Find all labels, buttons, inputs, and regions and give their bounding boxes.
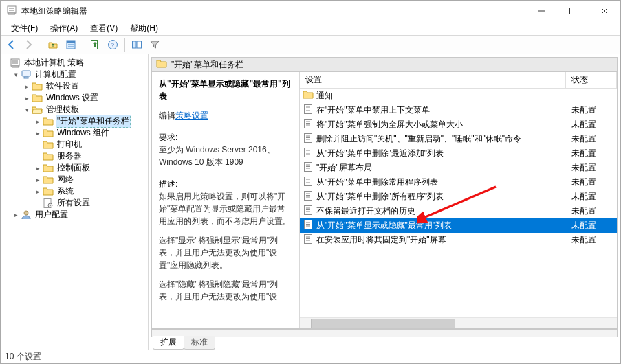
list-row[interactable]: 从"开始"菜单中删除常用程序列表未配置 bbox=[300, 175, 617, 190]
content-header: "开始"菜单和任务栏 bbox=[151, 57, 618, 72]
settings-list-panel: 设置 状态 通知 bbox=[300, 72, 617, 328]
toolbar-filter-button[interactable] bbox=[147, 37, 162, 52]
list-row[interactable]: 从"开始"菜单显示或隐藏"最常用"列表未配置 bbox=[300, 218, 617, 233]
gear-doc-icon bbox=[43, 198, 54, 208]
list-row-status: 未配置 bbox=[569, 220, 617, 231]
tree-twisty-collapsed-icon[interactable]: ▸ bbox=[34, 118, 42, 125]
list-folder-row[interactable]: 通知 bbox=[300, 89, 617, 103]
tree-twisty-collapsed-icon[interactable]: ▸ bbox=[23, 83, 31, 90]
app-icon bbox=[6, 5, 17, 18]
menu-file[interactable]: 文件(F) bbox=[5, 21, 44, 35]
tree-label: 打印机 bbox=[56, 139, 83, 150]
tree-node-computer-config[interactable]: ▾ 计算机配置 bbox=[12, 69, 148, 80]
tree-node-server[interactable]: ▶ 服务器 bbox=[34, 150, 148, 162]
content-body: 从"开始"菜单显示或隐藏"最常用"列表 编辑策略设置 要求: 至少为 Windo… bbox=[151, 72, 618, 329]
policy-doc-icon bbox=[303, 234, 314, 247]
tree-twisty-expanded-icon[interactable]: ▾ bbox=[12, 71, 20, 78]
list-row[interactable]: 不保留最近打开文档的历史未配置 bbox=[300, 204, 617, 218]
toolbar-properties-button[interactable] bbox=[63, 37, 78, 52]
menu-action[interactable]: 操作(A) bbox=[44, 21, 84, 35]
list-body[interactable]: 通知 在"开始"菜单中禁用上下文菜单未配置将"开始"菜单强制为全屏大小或菜单大小… bbox=[300, 89, 617, 317]
tree-pane[interactable]: ▶ 本地计算机 策略 ▾ 计算机配置 bbox=[1, 54, 149, 350]
tree-label: "开始"菜单和任务栏 bbox=[56, 115, 131, 128]
toolbar-separator bbox=[83, 38, 83, 52]
description-policy-title: 从"开始"菜单显示或隐藏"最常用"列表 bbox=[159, 78, 292, 102]
tree-label: 控制面板 bbox=[56, 162, 91, 174]
tree-node-system[interactable]: ▸ 系统 bbox=[34, 185, 148, 197]
tree-label: 用户配置 bbox=[34, 209, 69, 220]
policy-doc-icon bbox=[303, 104, 314, 117]
tree-node-start-taskbar[interactable]: ▸ "开始"菜单和任务栏 bbox=[34, 115, 148, 127]
tree-node-windows-settings[interactable]: ▸ Windows 设置 bbox=[23, 92, 148, 104]
policy-doc-icon bbox=[303, 205, 314, 218]
toolbar-export-button[interactable] bbox=[87, 37, 102, 52]
description-para: 选择"显示"将强制显示"最常用"列表，并且用户无法更改为使用"设置"应用隐藏列表… bbox=[159, 234, 292, 271]
policy-doc-icon bbox=[303, 176, 314, 189]
tree-twisty-collapsed-icon[interactable]: ▸ bbox=[34, 130, 42, 137]
window-controls bbox=[525, 1, 620, 21]
tree-node-network[interactable]: ▸ 网络 bbox=[34, 174, 148, 185]
description-para: 如果启用此策略设置，则可以将"开始"菜单配置为显示或隐藏用户最常用应用的列表，而… bbox=[159, 190, 292, 227]
toolbar-back-button[interactable] bbox=[3, 37, 19, 52]
list-row[interactable]: 删除并阻止访问"关机"、"重新启动"、"睡眠"和"休眠"命令未配置 bbox=[300, 132, 617, 146]
tree-twisty-collapsed-icon[interactable]: ▸ bbox=[34, 177, 42, 183]
tree-node-all-settings[interactable]: ▶ 所有设置 bbox=[34, 197, 148, 209]
description-panel: 从"开始"菜单显示或隐藏"最常用"列表 编辑策略设置 要求: 至少为 Windo… bbox=[152, 72, 300, 328]
tree-twisty-collapsed-icon[interactable]: ▸ bbox=[34, 188, 42, 195]
list-row[interactable]: 从"开始"菜单中删除"所有程序"列表未配置 bbox=[300, 190, 617, 204]
column-header-status[interactable]: 状态 bbox=[566, 72, 617, 88]
toolbar-help-button[interactable] bbox=[105, 37, 120, 52]
requirements-label: 要求: bbox=[159, 131, 292, 144]
toolbar bbox=[1, 35, 620, 54]
tree-twisty-collapsed-icon[interactable]: ▸ bbox=[12, 212, 20, 218]
list-row-label: 从"开始"菜单中删除"最近添加"列表 bbox=[316, 148, 444, 159]
list-row[interactable]: 在"开始"菜单中禁用上下文菜单未配置 bbox=[300, 103, 617, 117]
scrollbar-thumb[interactable] bbox=[311, 319, 455, 328]
tab-extended[interactable]: 扩展 bbox=[153, 336, 184, 350]
toolbar-up-button[interactable] bbox=[45, 37, 61, 52]
policy-doc-icon bbox=[303, 219, 314, 232]
folder-icon bbox=[43, 152, 54, 161]
list-row[interactable]: 将"开始"菜单强制为全屏大小或菜单大小未配置 bbox=[300, 117, 617, 132]
tree: ▶ 本地计算机 策略 ▾ 计算机配置 bbox=[1, 57, 148, 220]
list-row-label: 从"开始"菜单中删除"所有程序"列表 bbox=[316, 191, 444, 203]
list-row[interactable]: 从"开始"菜单中删除"最近添加"列表未配置 bbox=[300, 146, 617, 161]
list-row[interactable]: "开始"屏幕布局未配置 bbox=[300, 161, 617, 175]
policy-doc-icon bbox=[303, 161, 314, 174]
tree-node-printers[interactable]: ▶ 打印机 bbox=[34, 139, 148, 150]
user-icon bbox=[21, 210, 32, 220]
maximize-button[interactable] bbox=[557, 1, 589, 21]
toolbar-show-hide-button[interactable] bbox=[129, 37, 144, 52]
folder-icon bbox=[156, 58, 167, 71]
toolbar-separator bbox=[124, 38, 125, 52]
close-button[interactable] bbox=[589, 1, 620, 21]
tree-node-control-panel[interactable]: ▸ 控制面板 bbox=[34, 162, 148, 174]
tree-node-software-settings[interactable]: ▸ 软件设置 bbox=[23, 80, 148, 92]
tree-node-root[interactable]: ▶ 本地计算机 策略 bbox=[1, 57, 148, 69]
folder-icon bbox=[43, 140, 54, 150]
minimize-button[interactable] bbox=[525, 1, 557, 21]
titlebar: 本地组策略编辑器 bbox=[1, 1, 620, 21]
tree-label: 计算机配置 bbox=[34, 69, 78, 80]
tree-twisty-expanded-icon[interactable]: ▾ bbox=[23, 106, 31, 113]
toolbar-forward-button[interactable] bbox=[21, 37, 36, 52]
list-row[interactable]: 在安装应用时将其固定到"开始"屏幕未配置 bbox=[300, 233, 617, 247]
tree-node-windows-components[interactable]: ▸ Windows 组件 bbox=[34, 127, 148, 139]
tree-node-admin-templates[interactable]: ▾ 管理模板 bbox=[23, 104, 148, 115]
folder-icon bbox=[43, 175, 54, 185]
horizontal-scrollbar[interactable] bbox=[300, 317, 617, 328]
column-header-setting[interactable]: 设置 bbox=[300, 72, 566, 88]
menu-view[interactable]: 查看(V) bbox=[84, 21, 124, 35]
tree-twisty-collapsed-icon[interactable]: ▸ bbox=[34, 165, 42, 172]
tree-twisty-collapsed-icon[interactable]: ▸ bbox=[23, 95, 31, 102]
tree-node-user-config[interactable]: ▸ 用户配置 bbox=[12, 209, 148, 220]
tree-label: 本地计算机 策略 bbox=[23, 57, 85, 69]
menu-help[interactable]: 帮助(H) bbox=[124, 21, 164, 35]
statusbar-text: 10 个设置 bbox=[5, 351, 41, 363]
tab-standard[interactable]: 标准 bbox=[184, 336, 215, 350]
edit-policy-link[interactable]: 策略设置 bbox=[175, 111, 208, 120]
window-title: 本地组策略编辑器 bbox=[17, 5, 525, 17]
list-row-status: 未配置 bbox=[569, 205, 617, 217]
policy-doc-icon bbox=[303, 147, 314, 160]
list-row-status: 未配置 bbox=[569, 234, 617, 246]
